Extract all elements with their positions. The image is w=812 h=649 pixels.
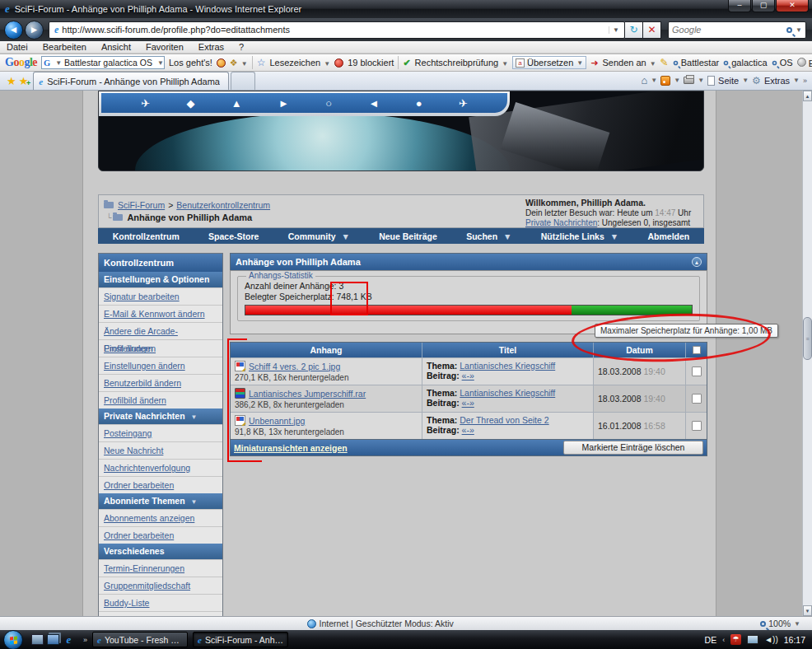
nav-community[interactable]: Community ▼ — [288, 231, 350, 241]
row-checkbox[interactable] — [692, 367, 702, 376]
taskbar-button-youtube[interactable]: e YouTube - Fresh Du... — [92, 632, 188, 647]
avira-tray-icon[interactable]: ☂ — [730, 634, 741, 645]
attachment-link[interactable]: Schiff 4 vers. 2 pic 1.jpg — [249, 362, 340, 371]
menu-extras[interactable]: Extras — [198, 42, 224, 52]
stop-button[interactable]: ✕ — [643, 21, 661, 39]
search-dropdown-icon[interactable]: ▼ — [796, 26, 802, 34]
sidebar-item-ordner-bearbeiten[interactable]: Ordner bearbeiten — [99, 476, 222, 493]
column-header-titel[interactable]: Titel — [422, 343, 594, 357]
google-g-icon[interactable]: G — [44, 58, 50, 68]
show-desktop-icon[interactable] — [31, 634, 44, 645]
zoom-control[interactable]: 100% ▼ — [760, 619, 800, 628]
nav-nuetzliche-links[interactable]: Nützliche Links ▼ — [541, 231, 618, 241]
new-tab-stub[interactable] — [231, 72, 255, 90]
add-favorite-icon[interactable]: ★ — [19, 75, 29, 87]
tab-scifi-forum[interactable]: e SciFi-Forum - Anhänge von Philliph Ada… — [33, 72, 229, 90]
maximize-button[interactable]: ▢ — [752, 0, 775, 12]
sidebar-item-abonnements[interactable]: Abonnements anzeigen — [99, 509, 222, 526]
gadgets-icon[interactable]: ❖▼ — [230, 58, 248, 68]
sidebar-section-einstellungen[interactable]: Einstellungen & Optionen — [99, 272, 222, 287]
blocked-count[interactable]: 19 blockiert — [348, 58, 394, 68]
delete-marked-button[interactable]: Markierte Einträge löschen — [563, 441, 703, 455]
sidebar-item-termin-erinnerungen[interactable]: Termin-Erinnerungen — [99, 559, 222, 577]
attachment-link[interactable]: Lantianisches Jumperschiff.rar — [249, 389, 366, 399]
bookmark-star-icon[interactable]: ☆ — [257, 57, 266, 68]
refresh-button[interactable]: ↻ — [625, 21, 643, 39]
google-go-button[interactable]: Los geht's! — [169, 58, 212, 68]
nav-kontrollzentrum[interactable]: Kontrollzentrum — [113, 231, 180, 241]
scroll-up-icon[interactable]: ▲ — [803, 91, 812, 101]
back-button[interactable]: ◄ — [4, 21, 23, 40]
nav-suchen[interactable]: Suchen ▼ — [466, 231, 511, 241]
row-checkbox[interactable] — [692, 394, 702, 404]
thema-link[interactable]: Lantianisches Kriegschiff — [460, 361, 555, 371]
sidebar-item-posteingang[interactable]: Posteingang — [99, 424, 222, 441]
column-header-datum[interactable]: Datum — [594, 343, 686, 357]
spellcheck-button[interactable]: Rechtschreibprüfung▼ — [415, 58, 508, 68]
select-all-checkbox[interactable] — [693, 346, 701, 354]
sidebar-item-email-kennwort[interactable]: E-Mail & Kennwort ändern — [99, 305, 222, 322]
ie-quicklaunch-icon[interactable]: e — [63, 634, 75, 645]
sidebar-item-ordner-bearbeiten-2[interactable]: Ordner bearbeiten — [99, 526, 222, 544]
address-field[interactable]: e ▼ — [49, 21, 625, 39]
menu-ansicht[interactable]: Ansicht — [101, 42, 131, 52]
menu-datei[interactable]: Datei — [7, 42, 28, 52]
extras-button[interactable]: Extras — [764, 76, 790, 86]
menu-favoriten[interactable]: Favoriten — [146, 42, 184, 52]
print-icon[interactable] — [684, 77, 694, 84]
beitrag-link[interactable]: «-» — [462, 371, 474, 381]
chrome-search-box[interactable]: ▼ — [668, 21, 806, 39]
forward-button[interactable]: ► — [25, 21, 44, 40]
sidebar-section-abonnierte-themen[interactable]: Abonnierte Themen ▼ — [99, 493, 222, 509]
sidebar-item-profil[interactable]: Profil ändern — [99, 339, 222, 357]
scroll-down-icon[interactable]: ▼ — [803, 605, 812, 616]
quicklaunch-overflow-icon[interactable]: » — [83, 636, 87, 644]
language-indicator[interactable]: DE — [705, 635, 717, 645]
nav-space-store[interactable]: Space-Store — [208, 231, 259, 241]
sidebar-item-nachrichtenverfolgung[interactable]: Nachrichtenverfolgung — [99, 459, 222, 476]
title-bar[interactable]: e SciFi-Forum - Anhänge von Philliph Ada… — [0, 0, 812, 18]
sidebar-item-signatur[interactable]: Signatur bearbeiten — [99, 287, 222, 305]
sidebar-item-arcade[interactable]: Ändere die Arcade-Einstellungen — [99, 322, 222, 339]
sidebar-section-verschiedenes[interactable]: Verschiedenes — [99, 544, 222, 559]
spellcheck-icon[interactable]: ✔ — [403, 58, 410, 68]
nav-abmelden[interactable]: Abmelden — [647, 231, 689, 241]
google-query[interactable]: Battlestar galactica OS — [64, 58, 154, 68]
thema-link[interactable]: Der Thread von Seite 2 — [460, 415, 548, 425]
column-header-anhang[interactable]: Anhang — [231, 343, 422, 357]
address-dropdown-icon[interactable]: ▼ — [609, 26, 623, 34]
collapse-panel-icon[interactable]: ▲ — [692, 257, 702, 267]
term-button-3[interactable]: OS — [772, 58, 793, 68]
switch-windows-icon[interactable] — [47, 634, 59, 645]
tray-expand-icon[interactable]: ‹ — [722, 636, 725, 644]
page-scrollbar[interactable]: ▲ ≡ ▼ — [802, 91, 812, 616]
minimize-button[interactable]: – — [728, 0, 751, 12]
home-icon[interactable]: ⌂ — [641, 74, 647, 86]
sidebar-item-gruppenmitgliedschaft[interactable]: Gruppenmitgliedschaft — [99, 577, 222, 594]
page-icon[interactable] — [707, 76, 715, 86]
settings-button[interactable]: Einstellungen▼ — [797, 58, 812, 68]
sidebar-item-profilbild[interactable]: Profilbild ändern — [99, 391, 222, 409]
chrome-search-input[interactable] — [672, 25, 786, 35]
sidebar-item-neue-nachricht[interactable]: Neue Nachricht — [99, 441, 222, 459]
news-icon[interactable] — [217, 58, 226, 68]
close-button[interactable]: ✕ — [776, 0, 809, 12]
search-icon[interactable] — [786, 27, 792, 33]
favorites-center-icon[interactable]: ★ — [7, 75, 16, 87]
popup-blocker-icon[interactable] — [334, 58, 343, 68]
url-input[interactable] — [62, 25, 609, 35]
term-button-2[interactable]: galactica — [723, 58, 767, 68]
seite-button[interactable]: Seite — [718, 76, 739, 86]
query-dropdown-icon[interactable]: ▼ — [157, 59, 164, 67]
term-button-1[interactable]: Battlestar — [673, 58, 720, 68]
sidebar-item-buddy-liste[interactable]: Buddy-Liste — [99, 594, 222, 611]
google-search-box[interactable]: G▼ Battlestar galactica OS ▼ — [41, 56, 165, 69]
menu-help[interactable]: ? — [239, 42, 244, 52]
clock[interactable]: 16:17 — [784, 635, 805, 645]
translate-button[interactable]: a Übersetzen▼ — [512, 56, 586, 69]
beitrag-link[interactable]: «-» — [462, 398, 474, 408]
volume-tray-icon[interactable]: ◄)) — [764, 635, 778, 644]
row-checkbox[interactable] — [692, 421, 702, 431]
sidebar-item-einstellungen[interactable]: Einstellungen ändern — [99, 357, 222, 374]
extras-gear-icon[interactable]: ⚙ — [752, 75, 761, 86]
